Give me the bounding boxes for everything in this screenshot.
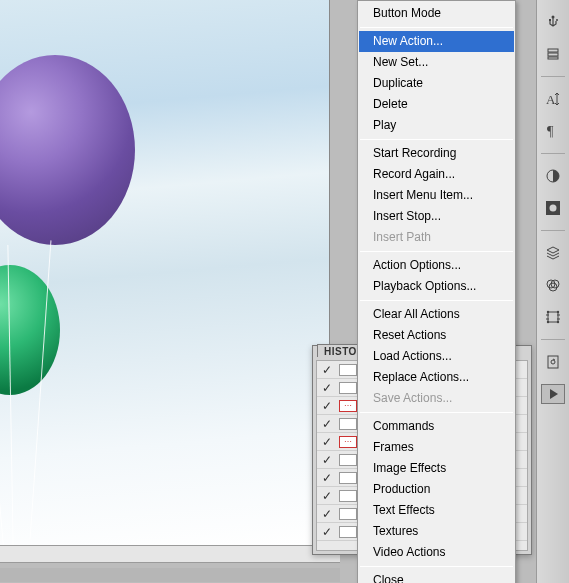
channels-icon[interactable]	[541, 273, 565, 297]
camera-box-icon[interactable]	[541, 196, 565, 220]
menu-item-load-actions[interactable]: Load Actions...	[359, 346, 514, 367]
svg-rect-4	[548, 53, 558, 56]
menu-separator	[360, 251, 513, 252]
menu-item-insert-path: Insert Path	[359, 227, 514, 248]
menu-item-video-actions[interactable]: Video Actions	[359, 542, 514, 563]
toolbar-divider	[541, 153, 565, 154]
dialog-icon[interactable]	[339, 364, 357, 376]
toggle-checkbox[interactable]: ✓	[317, 363, 337, 377]
svg-text:A: A	[546, 92, 556, 107]
dialog-icon[interactable]	[339, 508, 357, 520]
status-bar	[0, 545, 340, 563]
svg-point-2	[556, 19, 558, 21]
menu-item-clear-all-actions[interactable]: Clear All Actions	[359, 304, 514, 325]
svg-point-18	[557, 321, 559, 323]
menu-item-delete[interactable]: Delete	[359, 94, 514, 115]
menu-separator	[360, 27, 513, 28]
toolbar-divider	[541, 230, 565, 231]
menu-item-reset-actions[interactable]: Reset Actions	[359, 325, 514, 346]
menu-item-frames[interactable]: Frames	[359, 437, 514, 458]
svg-rect-5	[548, 57, 558, 59]
contrast-icon[interactable]	[541, 164, 565, 188]
pilcrow-icon[interactable]: ¶	[541, 119, 565, 143]
svg-point-20	[551, 360, 555, 364]
balloon-string	[0, 390, 8, 545]
toggle-checkbox[interactable]: ✓	[317, 417, 337, 431]
menu-item-duplicate[interactable]: Duplicate	[359, 73, 514, 94]
menu-item-replace-actions[interactable]: Replace Actions...	[359, 367, 514, 388]
svg-point-16	[557, 311, 559, 313]
usb-icon[interactable]	[541, 10, 565, 34]
right-toolbar: A¶	[536, 0, 569, 583]
svg-point-15	[547, 311, 549, 313]
toolbar-divider	[541, 76, 565, 77]
toggle-checkbox[interactable]: ✓	[317, 489, 337, 503]
crop-icon[interactable]	[541, 305, 565, 329]
menu-separator	[360, 139, 513, 140]
menu-item-record-again[interactable]: Record Again...	[359, 164, 514, 185]
menu-item-start-recording[interactable]: Start Recording	[359, 143, 514, 164]
balloon-purple	[0, 55, 135, 245]
menu-item-insert-menu-item[interactable]: Insert Menu Item...	[359, 185, 514, 206]
svg-point-10	[550, 205, 557, 212]
svg-rect-14	[548, 312, 558, 322]
dialog-icon[interactable]	[339, 382, 357, 394]
dialog-icon[interactable]	[339, 418, 357, 430]
actions-context-menu: Button ModeNew Action...New Set...Duplic…	[357, 0, 516, 583]
toggle-checkbox[interactable]: ✓	[317, 525, 337, 539]
menu-item-production[interactable]: Production	[359, 479, 514, 500]
document-canvas[interactable]	[0, 0, 330, 545]
toggle-checkbox[interactable]: ✓	[317, 435, 337, 449]
menu-item-textures[interactable]: Textures	[359, 521, 514, 542]
dialog-icon[interactable]	[339, 472, 357, 484]
svg-rect-3	[548, 49, 558, 52]
toggle-checkbox[interactable]: ✓	[317, 453, 337, 467]
stack-icon[interactable]	[541, 42, 565, 66]
menu-separator	[360, 300, 513, 301]
toggle-checkbox[interactable]: ✓	[317, 399, 337, 413]
svg-text:¶: ¶	[547, 124, 554, 139]
menu-item-action-options[interactable]: Action Options...	[359, 255, 514, 276]
menu-item-image-effects[interactable]: Image Effects	[359, 458, 514, 479]
menu-item-new-action[interactable]: New Action...	[359, 31, 514, 52]
char-height-icon[interactable]: A	[541, 87, 565, 111]
menu-item-new-set[interactable]: New Set...	[359, 52, 514, 73]
modal-icon[interactable]: ⋯	[339, 400, 357, 412]
svg-rect-19	[548, 356, 558, 368]
layers-icon[interactable]	[541, 241, 565, 265]
menu-item-insert-stop[interactable]: Insert Stop...	[359, 206, 514, 227]
toggle-checkbox[interactable]: ✓	[317, 507, 337, 521]
menu-item-playback-options[interactable]: Playback Options...	[359, 276, 514, 297]
menu-item-text-effects[interactable]: Text Effects	[359, 500, 514, 521]
menu-item-save-actions: Save Actions...	[359, 388, 514, 409]
history-icon[interactable]	[541, 350, 565, 374]
dialog-icon[interactable]	[339, 490, 357, 502]
toggle-checkbox[interactable]: ✓	[317, 381, 337, 395]
modal-icon[interactable]: ⋯	[339, 436, 357, 448]
menu-separator	[360, 412, 513, 413]
toolbar-divider	[541, 339, 565, 340]
toggle-checkbox[interactable]: ✓	[317, 471, 337, 485]
menu-item-close[interactable]: Close	[359, 570, 514, 583]
menu-item-commands[interactable]: Commands	[359, 416, 514, 437]
menu-item-play[interactable]: Play	[359, 115, 514, 136]
dialog-icon[interactable]	[339, 454, 357, 466]
app-footer	[0, 568, 340, 582]
svg-rect-1	[549, 19, 551, 21]
menu-separator	[360, 566, 513, 567]
menu-item-button-mode[interactable]: Button Mode	[359, 3, 514, 24]
play-button-icon[interactable]	[541, 384, 565, 404]
dialog-icon[interactable]	[339, 526, 357, 538]
svg-point-17	[547, 321, 549, 323]
